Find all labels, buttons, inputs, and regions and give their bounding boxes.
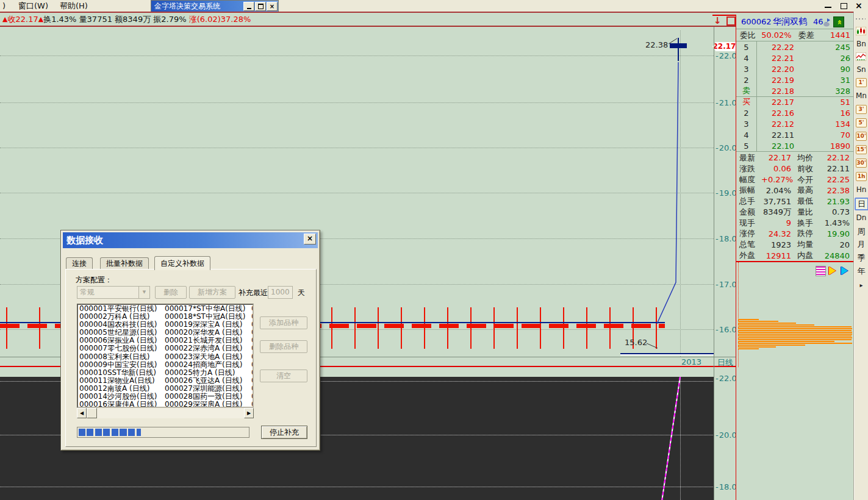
detail-label: 最低 bbox=[791, 196, 820, 207]
tab-custom-data[interactable]: 自定义补数据 bbox=[154, 256, 210, 270]
sell-level-row[interactable]: 卖 22.18 328 bbox=[736, 85, 854, 96]
toolbar-item-hn[interactable]: Hn bbox=[855, 185, 868, 194]
detail-label: 外盘 bbox=[736, 250, 761, 261]
toolbar-item-1min[interactable]: 1' bbox=[856, 78, 867, 87]
days-unit-label: 天 bbox=[298, 288, 305, 298]
symbol-list-row[interactable]: 000011 深物业A(日线) 000026 飞亚达A (日线) 000 bbox=[78, 377, 253, 385]
buy-level-row[interactable]: 4 22.11 70 bbox=[736, 129, 854, 140]
tab-connect[interactable]: 连接 bbox=[66, 257, 93, 270]
toolbar-item-15min[interactable]: 15' bbox=[856, 145, 867, 154]
kline-chart-icon[interactable] bbox=[856, 27, 866, 35]
buy-arrow-icon[interactable] bbox=[829, 266, 836, 275]
progress-fill bbox=[79, 429, 141, 436]
symbol-listbox[interactable]: 000001 平安银行(日线) 000017 *ST中华A(日线) 000 00… bbox=[77, 304, 254, 408]
sell-level-row[interactable]: 3 22.20 90 bbox=[736, 63, 854, 74]
y-axis-label: 22.00 bbox=[716, 51, 736, 60]
close-button[interactable]: × bbox=[267, 2, 278, 11]
toolbar-item-daily-selected[interactable]: 日 bbox=[855, 198, 868, 210]
scrollbar-track[interactable] bbox=[97, 408, 244, 418]
buy-level-row[interactable]: 3 22.12 134 bbox=[736, 118, 854, 129]
recent-days-input[interactable]: 1000 bbox=[268, 286, 293, 299]
new-scheme-button[interactable]: 新增方案 bbox=[189, 286, 235, 299]
symbol-code: 000016 bbox=[78, 401, 107, 408]
toolbar-item-weekly[interactable]: 周 bbox=[855, 226, 868, 237]
detail-label: 总手 bbox=[736, 196, 761, 207]
remove-symbol-button[interactable]: 删除品种 bbox=[260, 340, 307, 353]
volume-profile-icon[interactable] bbox=[816, 266, 826, 276]
toolbar-item-5min[interactable]: 5' bbox=[856, 118, 867, 127]
dialog-titlebar[interactable]: 数据接收 bbox=[63, 232, 318, 248]
scrollbar-thumb[interactable] bbox=[87, 408, 97, 418]
symbol-list-row[interactable]: 000016 深康佳A (日线) 000029 深深房A (日线) 000 bbox=[78, 401, 253, 408]
sell-level-row[interactable]: 2 22.19 31 bbox=[736, 74, 854, 85]
app-window: ) 窗口(W) 帮助(H) 金字塔决策交易系统 × × ▲收22.17▲换1.4… bbox=[0, 0, 868, 500]
toolbar-grip[interactable] bbox=[856, 18, 866, 20]
level-price: 22.11 bbox=[756, 130, 809, 140]
child-close-icon[interactable]: × bbox=[855, 1, 863, 10]
toolbar-item-dn[interactable]: Dn bbox=[855, 213, 868, 222]
buy-level-row[interactable]: 买 22.17 51 bbox=[736, 96, 854, 107]
symbol-name: 招商地产(日线) bbox=[193, 361, 251, 369]
detail-label: 总笔 bbox=[736, 239, 761, 250]
clear-button[interactable]: 清空 bbox=[260, 370, 307, 382]
toolbar-item-mn[interactable]: Mn bbox=[855, 91, 868, 100]
divider-line bbox=[736, 151, 854, 152]
level-volume: 31 bbox=[809, 76, 854, 85]
detail-value: 1923 bbox=[761, 240, 791, 249]
expand-panel-button[interactable]: » bbox=[833, 16, 844, 27]
detail-value: 22.25 bbox=[820, 175, 854, 184]
toolbar-item-monthly[interactable]: 月 bbox=[855, 239, 868, 250]
sell-level-row[interactable]: 4 22.21 26 bbox=[736, 52, 854, 63]
toolbar-more-arrow-icon[interactable]: ▸ bbox=[855, 282, 868, 288]
toolbar-item-quarterly[interactable]: 季 bbox=[855, 252, 868, 263]
symbol-list-row[interactable]: 000007 零七股份(日线) 000022 深赤湾A (日线) 000 bbox=[78, 345, 253, 352]
low-annotation: 15.62 bbox=[625, 338, 647, 347]
stock-name[interactable]: 华润双鹤 bbox=[773, 16, 807, 27]
symbol-code: 000 bbox=[251, 353, 254, 361]
add-symbol-button[interactable]: 添加品种 bbox=[260, 316, 307, 329]
delete-scheme-button[interactable]: 删除 bbox=[155, 286, 187, 299]
symbol-list-row[interactable]: 000009 中国宝安(日线) 000024 招商地产(日线) 000 bbox=[78, 361, 253, 369]
restore-button[interactable] bbox=[255, 2, 266, 11]
toolbar-item-10min[interactable]: 10' bbox=[856, 132, 867, 141]
y-axis-label: 20.00 bbox=[716, 430, 736, 440]
volume-profile-bar bbox=[738, 323, 796, 324]
stock-code[interactable]: 600062 bbox=[741, 17, 772, 26]
dialog-close-button[interactable]: × bbox=[304, 234, 316, 245]
sell-arrow-icon[interactable] bbox=[841, 266, 848, 275]
menu-item-help[interactable]: 帮助(H) bbox=[57, 1, 90, 11]
detail-value: 22.38 bbox=[820, 186, 854, 195]
toolbar-item-bn[interactable]: Bn bbox=[855, 40, 868, 48]
buy-level-row[interactable]: 2 22.16 16 bbox=[736, 107, 854, 118]
toolbar-item-1hour[interactable]: 1h bbox=[856, 172, 867, 181]
detail-label: 现手 bbox=[736, 218, 761, 229]
pane-layout-icon[interactable] bbox=[726, 16, 736, 26]
scroll-left-icon[interactable]: ◀ bbox=[77, 408, 87, 418]
scroll-down-icon[interactable]: ↓ bbox=[714, 15, 722, 26]
symbol-list-row[interactable]: 000008 宝利来(日线) 000023 深天地A (日线) 000 bbox=[78, 353, 253, 361]
toolbar-item-sn[interactable]: Sn bbox=[855, 65, 868, 74]
tab-batch-data[interactable]: 批量补数据 bbox=[100, 257, 149, 270]
v-gridline-2013 bbox=[680, 30, 681, 357]
toolbar-item-30min[interactable]: 30' bbox=[856, 159, 867, 168]
scroll-right-icon[interactable]: ▶ bbox=[244, 408, 254, 418]
trend-chart-icon[interactable] bbox=[856, 52, 866, 61]
stop-refill-button[interactable]: 停止补充 bbox=[261, 426, 307, 439]
sell-level-row[interactable]: 5 22.22 245 bbox=[736, 41, 854, 52]
divider-line bbox=[756, 41, 757, 151]
floating-window-titlebar[interactable]: 金字塔决策交易系统 × bbox=[151, 0, 279, 13]
double-chevron-up-icon: » bbox=[835, 20, 843, 24]
minimize-button[interactable] bbox=[243, 2, 254, 11]
child-minimize-icon[interactable] bbox=[825, 7, 831, 8]
symbol-list-row[interactable]: 000010 SST华新(日线) 000025 特力A (日线) 000 bbox=[78, 369, 253, 377]
buy-level-row[interactable]: 5 22.10 1890 bbox=[736, 140, 854, 151]
scheme-combobox[interactable]: 常规 ▼ bbox=[77, 286, 150, 299]
menu-item-truncated[interactable]: ) bbox=[0, 1, 8, 11]
toolbar-item-3min[interactable]: 3' bbox=[856, 105, 867, 114]
child-restore-icon[interactable] bbox=[841, 3, 847, 9]
horizontal-scrollbar[interactable]: ◀ ▶ bbox=[77, 408, 254, 418]
detail-row: 涨停 24.32 跌停 19.90 bbox=[736, 229, 854, 240]
menu-item-window[interactable]: 窗口(W) bbox=[16, 1, 51, 11]
alert-hand-icon[interactable] bbox=[822, 17, 831, 27]
toolbar-item-yearly[interactable]: 年 bbox=[855, 266, 868, 277]
